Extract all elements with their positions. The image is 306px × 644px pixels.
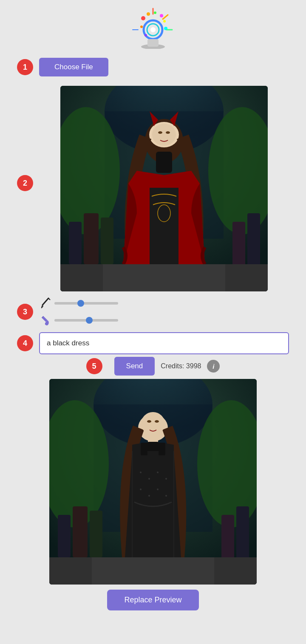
step4-row: 4 a black dress	[0, 332, 306, 354]
svg-line-12	[163, 15, 168, 19]
step1-badge: 1	[17, 59, 33, 75]
sliders-container	[39, 297, 118, 326]
choose-file-button[interactable]: Choose File	[39, 58, 108, 76]
svg-point-9	[140, 25, 143, 28]
prompt-input[interactable]: a black dress	[39, 332, 289, 354]
credits-label: Credits: 3998	[161, 362, 201, 370]
step1-row: 1 Choose File	[0, 58, 306, 76]
svg-point-65	[155, 420, 159, 423]
svg-point-56	[165, 478, 167, 480]
original-image	[60, 86, 268, 291]
svg-point-4	[147, 12, 150, 16]
svg-rect-69	[92, 557, 214, 585]
svg-rect-48	[73, 506, 88, 557]
svg-rect-50	[236, 506, 249, 562]
svg-rect-22	[69, 222, 82, 264]
svg-point-54	[148, 478, 150, 480]
svg-point-59	[157, 489, 159, 490]
fill-amount-slider[interactable]	[54, 319, 118, 322]
step3-row: 3	[0, 297, 306, 326]
svg-rect-31	[150, 188, 178, 264]
svg-rect-16	[147, 39, 159, 47]
svg-rect-49	[90, 511, 102, 557]
svg-point-57	[140, 489, 142, 490]
step3-badge: 3	[17, 304, 33, 320]
original-image-container[interactable]	[60, 86, 268, 291]
fill-bucket-icon	[39, 314, 51, 326]
svg-point-5	[154, 11, 156, 14]
send-button[interactable]: Send	[114, 357, 155, 376]
svg-point-2	[150, 27, 156, 32]
svg-rect-24	[101, 217, 113, 264]
svg-point-55	[157, 472, 159, 473]
svg-point-7	[163, 20, 166, 23]
step2-row: 2	[0, 82, 306, 291]
tools-container	[39, 297, 118, 326]
svg-point-34	[152, 124, 176, 146]
svg-rect-23	[84, 213, 99, 264]
step2-badge: 2	[17, 175, 33, 191]
brush-row	[39, 297, 118, 309]
svg-point-3	[141, 16, 145, 20]
svg-point-58	[148, 495, 150, 497]
svg-rect-33	[156, 152, 172, 173]
brush-size-slider[interactable]	[54, 302, 118, 305]
svg-point-6	[160, 14, 163, 17]
svg-rect-51	[221, 515, 234, 562]
svg-line-39	[42, 298, 48, 305]
fill-row	[39, 314, 118, 326]
info-icon[interactable]: i	[207, 360, 220, 373]
result-image-container	[49, 379, 257, 585]
svg-point-36	[166, 131, 170, 134]
brush-icon	[39, 297, 51, 309]
svg-point-64	[147, 420, 151, 423]
svg-point-10	[144, 34, 147, 37]
result-section: Replace Preview	[0, 376, 306, 615]
svg-point-60	[165, 495, 167, 497]
result-image	[49, 379, 257, 585]
svg-rect-26	[232, 222, 245, 268]
svg-point-35	[158, 131, 162, 134]
svg-line-40	[48, 298, 50, 300]
svg-rect-67	[146, 442, 160, 451]
app-logo	[128, 4, 178, 51]
replace-preview-button[interactable]: Replace Preview	[107, 590, 198, 610]
step5-row: 5 Send Credits: 3998 i	[69, 357, 237, 376]
svg-rect-25	[247, 213, 260, 268]
svg-rect-47	[58, 515, 71, 557]
svg-rect-38	[103, 264, 225, 291]
step5-badge: 5	[86, 358, 102, 374]
svg-point-53	[140, 472, 142, 473]
step4-badge: 4	[17, 335, 33, 351]
